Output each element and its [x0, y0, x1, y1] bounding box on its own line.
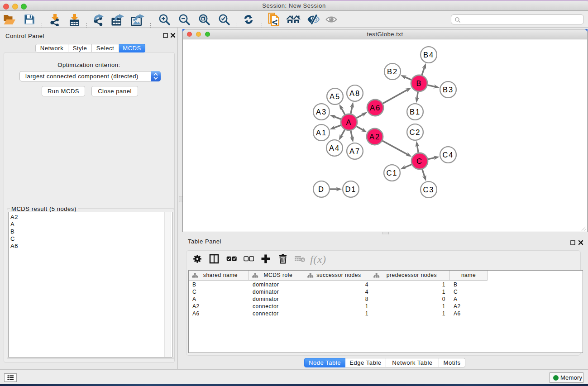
- svg-text:A2: A2: [369, 133, 380, 141]
- svg-text:C: C: [416, 157, 423, 165]
- svg-text:A4: A4: [329, 144, 340, 152]
- svg-text:D: D: [318, 185, 325, 193]
- svg-text:C3: C3: [423, 186, 434, 194]
- svg-text:A8: A8: [349, 89, 360, 97]
- svg-text:B: B: [416, 79, 422, 87]
- svg-text:A: A: [346, 118, 352, 126]
- svg-text:C2: C2: [409, 128, 421, 136]
- svg-text:A6: A6: [370, 104, 381, 112]
- svg-text:A3: A3: [316, 108, 327, 116]
- svg-text:D1: D1: [345, 185, 356, 193]
- svg-text:B3: B3: [443, 86, 454, 94]
- svg-text:C1: C1: [386, 169, 397, 177]
- svg-text:B4: B4: [423, 51, 434, 59]
- svg-text:A1: A1: [316, 129, 327, 137]
- svg-text:A7: A7: [349, 147, 360, 155]
- svg-text:A5: A5: [330, 92, 340, 100]
- svg-text:B1: B1: [410, 108, 421, 116]
- svg-text:B2: B2: [387, 67, 398, 76]
- svg-text:C4: C4: [442, 151, 454, 159]
